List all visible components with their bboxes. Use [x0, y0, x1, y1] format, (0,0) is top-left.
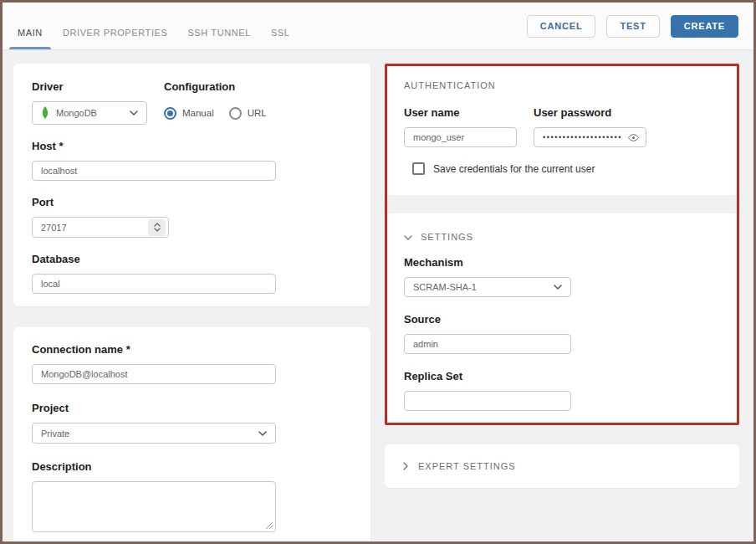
project-label: Project	[32, 402, 352, 414]
mechanism-select[interactable]: SCRAM-SHA-1	[404, 277, 571, 297]
host-label: Host *	[32, 140, 352, 152]
right-column: AUTHENTICATION User name mongo_user User…	[385, 64, 739, 541]
user-password-field-group: User password ••••••••••••••••••••	[534, 106, 646, 147]
port-stepper[interactable]	[148, 219, 166, 236]
database-label: Database	[32, 253, 352, 265]
host-input[interactable]: localhost	[32, 161, 276, 181]
eye-icon[interactable]	[627, 131, 640, 144]
mechanism-label: Mechanism	[404, 256, 720, 269]
user-name-label: User name	[404, 106, 517, 119]
source-input[interactable]: admin	[404, 334, 571, 354]
description-label: Description	[32, 460, 352, 473]
replica-set-input[interactable]	[404, 391, 571, 411]
source-field-group: Source admin	[404, 313, 720, 354]
test-button[interactable]: TEST	[606, 15, 659, 38]
user-name-input[interactable]: mongo_user	[404, 127, 517, 147]
source-value: admin	[413, 339, 562, 349]
project-field-group: Project Private	[32, 402, 352, 444]
cancel-button[interactable]: CANCEL	[527, 15, 596, 38]
connection-dialog-window: MAIN DRIVER PROPERTIES SSH TUNNEL SSL CA…	[0, 0, 756, 544]
tab-driver-properties[interactable]: DRIVER PROPERTIES	[53, 3, 178, 49]
mongodb-leaf-icon	[41, 106, 49, 120]
port-value: 27017	[41, 223, 148, 233]
user-password-masked-value: ••••••••••••••••••••	[543, 133, 627, 141]
main-content: Driver MongoDB Configuration	[3, 50, 753, 541]
radio-url[interactable]	[229, 107, 242, 120]
description-textarea[interactable]	[32, 481, 276, 532]
configuration-label: Configuration	[164, 80, 267, 93]
expert-settings-title: EXPERT SETTINGS	[418, 461, 516, 472]
stepper-up-icon	[154, 223, 161, 227]
left-column: Driver MongoDB Configuration	[13, 64, 370, 541]
driver-value: MongoDB	[56, 108, 123, 118]
chevron-down-icon	[554, 285, 562, 290]
connection-name-value: MongoDB@localhost	[41, 369, 267, 379]
project-value: Private	[41, 429, 258, 439]
host-field-group: Host * localhost	[32, 140, 352, 181]
connection-name-label: Connection name *	[32, 343, 352, 356]
chevron-down-icon	[130, 110, 138, 115]
port-input[interactable]: 27017	[32, 217, 169, 238]
settings-collapse-header[interactable]: SETTINGS	[404, 232, 720, 243]
general-card: Connection name * MongoDB@localhost Proj…	[13, 327, 370, 541]
authentication-highlight-box: AUTHENTICATION User name mongo_user User…	[385, 64, 739, 425]
top-bar: MAIN DRIVER PROPERTIES SSH TUNNEL SSL CA…	[3, 3, 753, 50]
port-field-group: Port 27017	[32, 196, 352, 238]
chevron-down-icon	[404, 235, 412, 240]
driver-label: Driver	[32, 80, 164, 93]
port-label: Port	[32, 196, 352, 208]
settings-title: SETTINGS	[421, 232, 473, 243]
database-input[interactable]: local	[32, 274, 276, 294]
create-button[interactable]: CREATE	[671, 15, 738, 38]
resize-handle-icon[interactable]	[265, 521, 273, 530]
radio-url-label: URL	[248, 108, 267, 118]
connection-name-field-group: Connection name * MongoDB@localhost	[32, 343, 352, 384]
tab-ssh-tunnel[interactable]: SSH TUNNEL	[177, 3, 260, 49]
tab-main[interactable]: MAIN	[8, 3, 53, 49]
section-divider-band	[387, 195, 737, 213]
user-name-field-group: User name mongo_user	[404, 106, 517, 147]
driver-select[interactable]: MongoDB	[32, 101, 147, 125]
user-password-label: User password	[534, 106, 646, 119]
user-name-value: mongo_user	[413, 132, 508, 142]
project-select[interactable]: Private	[32, 423, 276, 444]
source-label: Source	[404, 313, 720, 326]
configuration-radio-group: Manual URL	[164, 101, 267, 125]
settings-section: SETTINGS Mechanism SCRAM-SHA-1 Source	[387, 213, 737, 423]
tab-ssl[interactable]: SSL	[261, 3, 300, 49]
replica-set-label: Replica Set	[404, 370, 720, 382]
radio-manual-label: Manual	[182, 108, 214, 118]
save-credentials-label: Save credentials for the current user	[433, 163, 595, 175]
host-value: localhost	[41, 166, 267, 176]
dialog-actions: CANCEL TEST CREATE	[527, 3, 753, 49]
save-credentials-checkbox[interactable]	[412, 162, 425, 175]
chevron-right-icon	[403, 462, 408, 470]
description-field-group: Description	[32, 460, 352, 532]
mechanism-field-group: Mechanism SCRAM-SHA-1	[404, 256, 720, 297]
database-field-group: Database local	[32, 253, 352, 294]
authentication-title: AUTHENTICATION	[404, 80, 720, 91]
stepper-down-icon	[154, 228, 161, 232]
mechanism-value: SCRAM-SHA-1	[413, 282, 554, 292]
radio-manual[interactable]	[164, 107, 176, 120]
expert-settings-collapse-header[interactable]: EXPERT SETTINGS	[385, 444, 739, 488]
replica-set-field-group: Replica Set	[404, 370, 720, 411]
save-credentials-row[interactable]: Save credentials for the current user	[412, 162, 720, 175]
radio-option-url[interactable]: URL	[229, 107, 267, 120]
chevron-down-icon	[258, 431, 267, 436]
tab-bar: MAIN DRIVER PROPERTIES SSH TUNNEL SSL	[8, 3, 300, 49]
radio-option-manual[interactable]: Manual	[164, 107, 214, 120]
authentication-section: AUTHENTICATION User name mongo_user User…	[387, 66, 737, 195]
database-value: local	[41, 279, 267, 289]
connection-card: Driver MongoDB Configuration	[13, 64, 370, 306]
connection-name-input[interactable]: MongoDB@localhost	[32, 364, 276, 384]
user-password-input[interactable]: ••••••••••••••••••••	[534, 127, 646, 147]
